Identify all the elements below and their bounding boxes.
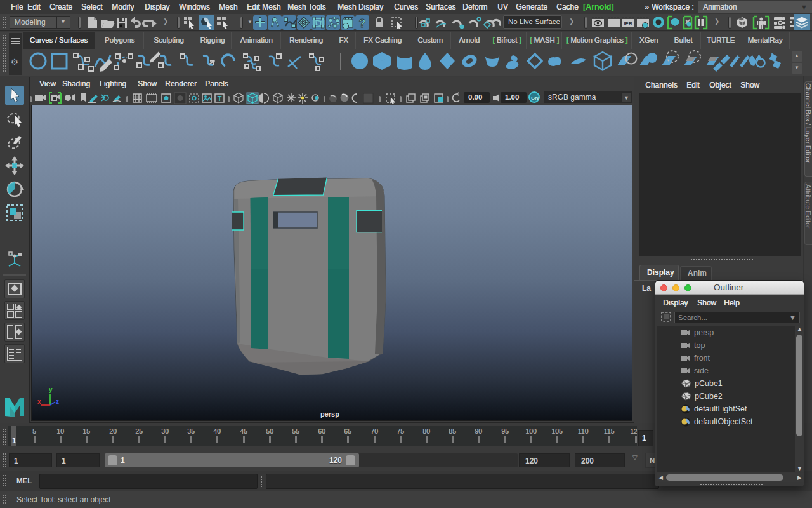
svg-text:y: y bbox=[49, 386, 53, 393]
svg-text:?: ? bbox=[359, 17, 366, 30]
svg-text:T: T bbox=[218, 95, 222, 102]
svg-text:z: z bbox=[56, 398, 59, 405]
svg-text:IPR: IPR bbox=[624, 21, 632, 27]
svg-text:x: x bbox=[37, 398, 41, 405]
